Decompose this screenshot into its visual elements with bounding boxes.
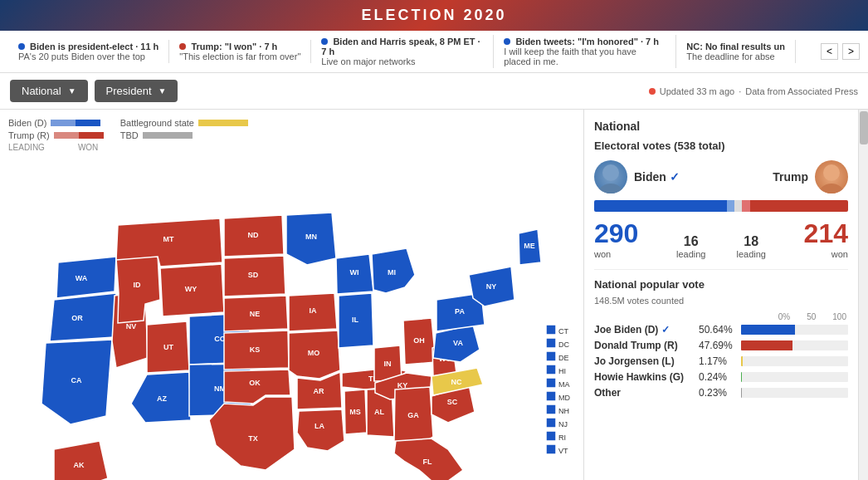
state-ma-box[interactable] xyxy=(546,378,556,388)
state-md-box[interactable] xyxy=(546,391,556,401)
ticker-dot-4 xyxy=(504,38,510,45)
state-sd[interactable] xyxy=(224,256,285,296)
state-ca[interactable] xyxy=(41,340,112,424)
state-label-md: MD xyxy=(558,394,570,402)
state-or[interactable] xyxy=(50,293,116,341)
state-label-nj: NJ xyxy=(558,420,568,429)
biden-count: 290 won xyxy=(594,218,639,259)
trump-count: 214 won xyxy=(803,218,848,259)
biden-won-count: 290 xyxy=(594,218,639,249)
state-ny[interactable] xyxy=(469,267,514,306)
state-mo[interactable] xyxy=(289,331,340,379)
biden-legend: Biden (D) Trump (R) LEADING WON xyxy=(8,118,104,152)
state-id[interactable] xyxy=(116,254,160,323)
state-ak[interactable] xyxy=(54,441,108,480)
state-label-ma: MA xyxy=(558,380,570,389)
state-ia[interactable] xyxy=(289,293,337,331)
biden-popular-bar-container xyxy=(741,325,848,335)
state-tx[interactable] xyxy=(209,397,295,470)
national-dropdown[interactable]: National ▼ xyxy=(10,80,88,102)
ticker-dot-3 xyxy=(321,38,328,45)
hawkins-popular-bar-container xyxy=(741,372,848,382)
electoral-section: Electoral votes (538 total) Biden ✓ xyxy=(594,140,848,259)
state-label-de: DE xyxy=(558,354,569,362)
svg-point-0 xyxy=(602,164,619,181)
state-label-nh: NH xyxy=(558,407,569,415)
biden-check: ✓ xyxy=(670,170,680,184)
state-dc-box[interactable] xyxy=(546,338,556,348)
state-me[interactable] xyxy=(519,229,541,265)
trump-legend-bar xyxy=(54,132,104,139)
state-wi[interactable] xyxy=(336,254,373,294)
map-container: WA OR CA NV ID MT WY xyxy=(8,159,575,480)
trump-leading-item: 18 leading xyxy=(737,234,766,259)
state-oh[interactable] xyxy=(403,318,436,365)
state-label-vt: VT xyxy=(558,447,568,455)
trump-info: Trump xyxy=(773,160,848,193)
ticker-dot-1 xyxy=(18,43,25,50)
page-header: ELECTION 2020 xyxy=(0,0,868,31)
state-az[interactable] xyxy=(131,372,191,423)
state-hi-box[interactable] xyxy=(546,365,556,375)
updated-info: Updated 33 m ago · Data from Associated … xyxy=(649,86,858,96)
right-panel: National Electoral votes (538 total) xyxy=(584,110,858,480)
electoral-votes-title: Electoral votes (538 total) xyxy=(594,140,848,152)
state-mn[interactable] xyxy=(286,213,336,265)
state-wy[interactable] xyxy=(160,264,224,316)
pv-row-biden: Joe Biden (D) ✓ 50.64% xyxy=(594,324,848,336)
svg-point-1 xyxy=(599,184,622,193)
state-nj-box[interactable] xyxy=(546,418,556,428)
state-la[interactable] xyxy=(297,409,344,451)
ticker-item-1: Biden is president-elect · 11 h PA's 20 … xyxy=(8,40,169,63)
state-nd[interactable] xyxy=(224,215,284,257)
us-map: WA OR CA NV ID MT WY xyxy=(8,159,573,480)
jorgensen-popular-bar-container xyxy=(741,356,848,366)
ticker-next-button[interactable]: > xyxy=(842,43,860,60)
ticker-item-3: Biden and Harris speak, 8 PM ET · 7 h Li… xyxy=(311,35,494,68)
trump-won-count: 214 xyxy=(803,218,848,249)
state-ne[interactable] xyxy=(224,296,288,331)
biden-info: Biden ✓ xyxy=(594,160,680,193)
trump-leading-label: leading xyxy=(737,249,766,259)
state-label-dc: DC xyxy=(558,340,569,349)
trump-leading-bar xyxy=(742,200,750,212)
state-mi[interactable] xyxy=(372,248,415,293)
live-indicator xyxy=(649,88,656,95)
main-content: Biden (D) Trump (R) LEADING WON xyxy=(0,110,868,480)
ticker-item-2: Trump: "I won" · 7 h "This election is f… xyxy=(169,40,311,63)
bar-axis-labels: 0% 50 100 xyxy=(594,312,848,321)
candidate-row: Biden ✓ Trump xyxy=(594,160,848,193)
trump-name: Trump xyxy=(773,170,808,184)
ticker-navigation: < > xyxy=(821,43,860,60)
votes-counted: 148.5M votes counted xyxy=(594,296,848,306)
other-legend: Battleground state TBD xyxy=(120,118,248,152)
pv-row-other: Other 0.23% xyxy=(594,387,848,399)
state-il[interactable] xyxy=(339,293,373,348)
president-dropdown[interactable]: President ▼ xyxy=(95,80,178,102)
state-ct-box[interactable] xyxy=(546,325,556,335)
state-ri-box[interactable] xyxy=(546,431,556,441)
leading-counts: 16 leading 18 leading xyxy=(639,234,803,259)
pv-row-jorgensen: Jo Jorgensen (L) 1.17% xyxy=(594,355,848,367)
right-panel-container: National Electoral votes (538 total) xyxy=(584,110,868,480)
state-ms[interactable] xyxy=(344,389,367,434)
state-nh-box[interactable] xyxy=(546,404,556,414)
state-vt-box[interactable] xyxy=(546,444,556,454)
state-de-box[interactable] xyxy=(546,351,556,361)
biden-leading-item: 16 leading xyxy=(676,234,705,259)
popular-vote-section: National popular vote 148.5M votes count… xyxy=(594,269,848,399)
state-wa[interactable] xyxy=(56,257,116,298)
ticker-dot-2 xyxy=(179,43,186,50)
scrollbar[interactable] xyxy=(858,110,868,480)
other-popular-bar-container xyxy=(741,388,848,398)
state-ut[interactable] xyxy=(147,321,189,373)
ticker-prev-button[interactable]: < xyxy=(821,43,838,60)
biden-popular-bar xyxy=(741,325,795,335)
state-ks[interactable] xyxy=(224,331,289,370)
scroll-thumb[interactable] xyxy=(860,111,868,144)
page-title: ELECTION 2020 xyxy=(7,7,861,24)
tbd-bar xyxy=(734,200,742,212)
state-fl[interactable] xyxy=(394,438,463,480)
trump-popular-bar xyxy=(741,340,792,350)
biden-won-bar xyxy=(594,200,727,212)
